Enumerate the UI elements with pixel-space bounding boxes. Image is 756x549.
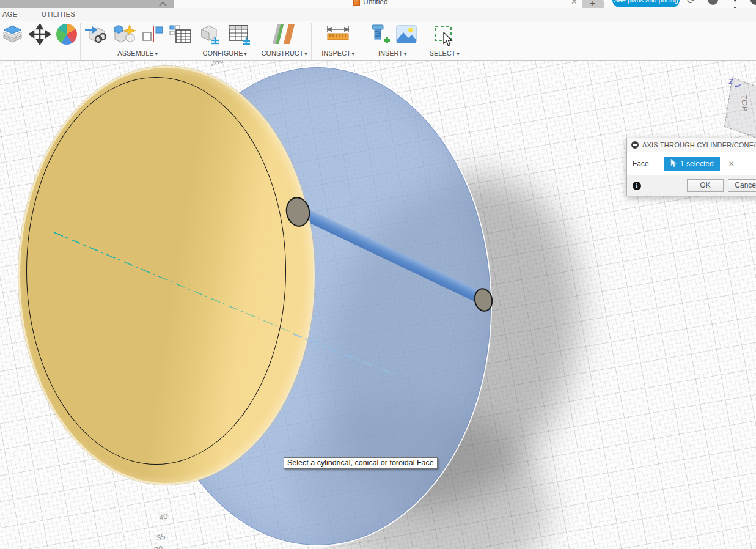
selection-count: 1 selected [680,160,714,168]
new-component-icon[interactable] [112,24,136,45]
ribbon-toolbar: ASSEMBLE▾ CONFIGURE▾ [0,21,756,60]
configure-table-icon[interactable] [227,23,251,45]
move-tool-icon[interactable] [29,24,51,45]
ok-button[interactable]: OK [687,179,724,192]
mouse-cursor [442,32,455,48]
measure-icon[interactable] [325,24,351,45]
configure-dropdown[interactable]: CONFIGURE▾ [202,50,246,57]
insert-dropdown[interactable]: INSERT▾ [378,50,406,57]
application-header: Untitled ✕ + See plans and pricing ⟳ AGE… [0,0,756,61]
insert-derive-icon[interactable] [84,24,107,45]
sync-status-icon[interactable]: ⟳ [687,0,695,6]
view-cube-top-label: TOP [740,94,749,112]
info-icon[interactable]: i [633,182,641,190]
insert-group: INSERT▾ [365,21,419,59]
chevron-down-icon: ▾ [244,51,246,57]
z-axis-label: Z [728,77,733,86]
front-face-edge [26,77,286,465]
toolbar-separator [255,23,255,61]
avatar[interactable] [708,0,718,5]
design-tools-group [0,21,78,59]
tab-manage[interactable]: AGE [2,10,17,18]
tab-utilities[interactable]: UTILITIES [42,10,75,18]
new-tab-button[interactable]: + [582,0,604,8]
fusion-document-icon [353,0,360,6]
construct-plane-icon[interactable] [271,23,297,45]
toolbar-separator [80,23,81,61]
joint-icon[interactable] [141,24,163,45]
chevron-down-icon: ▾ [404,51,406,57]
inspect-dropdown[interactable]: INSPECT▾ [321,50,354,57]
assemble-dropdown[interactable]: ASSEMBLE▾ [117,50,157,57]
help-icon[interactable] [750,0,756,5]
bom-table-icon[interactable] [169,24,192,45]
chevron-down-icon: ▾ [155,51,158,57]
canvas-3d-viewport[interactable]: 280 40 35 30 Select a cylindrical, conic… [0,61,756,549]
document-title-label: Untitled [363,0,388,6]
cursor-icon [670,159,677,168]
toolbar-separator [311,23,312,61]
configure-box-icon[interactable] [198,23,221,45]
insert-image-icon[interactable] [395,24,417,44]
select-dropdown[interactable]: SELECT▾ [430,50,460,57]
document-title: Untitled [353,0,388,7]
selection-chip[interactable]: 1 selected [664,157,720,171]
fusion360-window: { "titlebar": { "document_title": "Untit… [0,0,756,549]
face-field-label: Face [633,160,658,168]
clear-selection-icon[interactable]: ✕ [728,160,735,168]
toolbar-separator [364,23,364,61]
dialog-title: AXIS THROUGH CYLINDER/CONE/TORUS [642,141,756,149]
cancel-button[interactable]: Cancel [728,179,756,192]
dialog-header[interactable]: AXIS THROUGH CYLINDER/CONE/TORUS [627,138,756,152]
axis-command-dialog: AXIS THROUGH CYLINDER/CONE/TORUS Face 1 … [626,138,756,196]
ribbon-tabs: AGE UTILITIES [0,8,756,21]
construct-group: CONSTRUCT▾ [257,21,312,59]
construct-dropdown[interactable]: CONSTRUCT▾ [261,50,307,57]
dialog-body: Face 1 selected ✕ [627,152,756,175]
toolbar-separator [194,23,194,61]
appearance-icon[interactable] [56,24,77,45]
dialog-footer: i OK Cancel [627,175,756,196]
browser-tab-strip [0,0,174,8]
cylinder-front-face[interactable] [18,66,315,485]
chevron-down-icon: ▾ [352,51,354,57]
chevron-down-icon: ▾ [305,51,307,57]
view-cube-top-face[interactable]: TOP [724,78,756,142]
configure-group: CONFIGURE▾ [196,21,254,59]
insert-fastener-icon[interactable] [368,23,390,45]
inspect-group: INSPECT▾ [313,21,363,59]
notification-bell-icon[interactable] [731,0,739,2]
assemble-group: ASSEMBLE▾ [83,21,192,59]
status-tooltip: Select a cylindrical, conical or toroida… [284,457,438,469]
solid-body-icon[interactable] [1,24,23,45]
close-tab-icon[interactable]: ✕ [571,0,578,6]
toolbar-separator [420,23,420,61]
chevron-down-icon: ▾ [457,51,459,57]
see-plans-button[interactable]: See plans and pricing [612,0,680,7]
collapse-dialog-icon[interactable] [631,141,639,149]
